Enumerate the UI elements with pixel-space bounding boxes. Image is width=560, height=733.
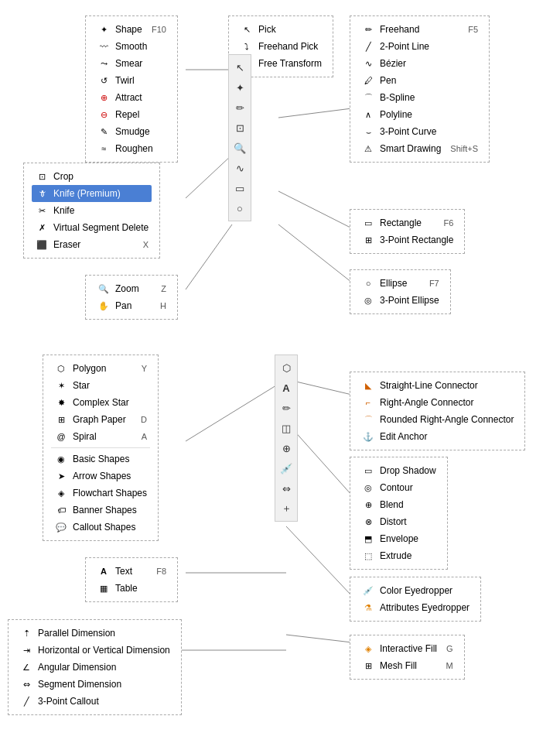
svg-line-3 xyxy=(186,155,232,198)
roundedconn-item[interactable]: ⌒ Rounded Right-Angle Connector xyxy=(358,411,517,428)
toolbar-shape-btn[interactable]: ✦ xyxy=(230,78,249,97)
angulardim-item[interactable]: ∠ Angular Dimension xyxy=(16,659,173,676)
3pointcallout-icon: ╱ xyxy=(19,694,33,708)
3pointrect-item[interactable]: ⊞ 3-Point Rectangle xyxy=(358,231,456,248)
segmentdim-item[interactable]: ⇔ Segment Dimension xyxy=(16,676,173,693)
roundedconn-icon: ⌒ xyxy=(361,413,375,426)
ellipse-submenu: ○ Ellipse F7 ◎ 3-Point Ellipse xyxy=(350,269,451,314)
freehand-pick-icon: ⤵ xyxy=(240,39,254,53)
meshfill-item[interactable]: ⊞ Mesh Fill M xyxy=(358,657,456,674)
3pointcurve-item[interactable]: ⌣ 3-Point Curve xyxy=(358,123,481,140)
basicshapes-item[interactable]: ◉ Basic Shapes xyxy=(51,450,150,468)
rightangleconn-icon: ⌐ xyxy=(361,396,375,409)
blend-icon: ⊕ xyxy=(361,498,375,512)
crop-item[interactable]: ⊡ Crop xyxy=(32,168,152,185)
smartdraw-item[interactable]: ⚠ Smart Drawing Shift+S xyxy=(358,140,481,157)
extrude-icon: ⬚ xyxy=(361,549,375,563)
eraser-item[interactable]: ⬛ Eraser X xyxy=(32,236,152,253)
3pointcallout-item[interactable]: ╱ 3-Point Callout xyxy=(16,693,173,710)
pick-icon: ↖ xyxy=(240,22,254,36)
arrowshapes-item[interactable]: ➤ Arrow Shapes xyxy=(51,468,150,485)
polygon-item[interactable]: ⬡ Polygon Y xyxy=(51,360,150,377)
bannershapes-icon: 🏷 xyxy=(54,503,68,517)
dropshadow-item[interactable]: ▭ Drop Shadow xyxy=(358,462,439,479)
text-icon: A xyxy=(97,564,111,578)
2point-icon: ╱ xyxy=(361,39,375,53)
angulardim-icon: ∠ xyxy=(19,660,33,674)
complexstar-item[interactable]: ✸ Complex Star xyxy=(51,394,150,411)
zoom-item[interactable]: 🔍 Zoom Z xyxy=(94,280,169,297)
complexstar-icon: ✸ xyxy=(54,396,68,409)
smooth-item[interactable]: 〰 Smooth xyxy=(94,38,169,55)
3pointellipse-item[interactable]: ◎ 3-Point Ellipse xyxy=(358,292,442,309)
eraser-icon: ⬛ xyxy=(35,238,49,252)
toolbar-polygon-btn[interactable]: ⬡ xyxy=(277,358,295,377)
2point-item[interactable]: ╱ 2-Point Line xyxy=(358,38,481,55)
twirl-item[interactable]: ↺ Twirl xyxy=(94,72,169,89)
knife-premium-item[interactable]: 🗡 Knife (Premium) xyxy=(32,185,152,202)
toolbar-pen2-btn[interactable]: ✏ xyxy=(277,399,295,417)
roughen-item[interactable]: ≈ Roughen xyxy=(94,140,169,157)
toolbar-dimension-btn[interactable]: ⇔ xyxy=(277,479,295,498)
rect-item[interactable]: ▭ Rectangle F6 xyxy=(358,214,456,231)
repel-item[interactable]: ⊖ Repel xyxy=(94,106,169,123)
toolbar-fill-btn[interactable]: ＋ xyxy=(277,499,295,518)
basicshapes-icon: ◉ xyxy=(54,452,68,466)
attribeyedropper-item[interactable]: ⚗ Attributes Eyedropper xyxy=(358,599,473,616)
contour-item[interactable]: ◎ Contour xyxy=(358,479,439,496)
toolbar-text-btn[interactable]: A xyxy=(277,378,295,397)
table-item[interactable]: ▦ Table xyxy=(94,580,169,597)
rect-icon: ▭ xyxy=(361,216,375,230)
zoom-submenu: 🔍 Zoom Z ✋ Pan H xyxy=(85,275,178,320)
shape-submenu: ✦ Shape F10 〰 Smooth ⤳ Smear ↺ Twirl ⊕ A… xyxy=(85,15,178,163)
toolbar-effects-btn[interactable]: ⊕ xyxy=(277,439,295,457)
polyline-item[interactable]: ∧ Polyline xyxy=(358,106,481,123)
star-item[interactable]: ✶ Star xyxy=(51,377,150,394)
smudge-item[interactable]: ✎ Smudge xyxy=(94,123,169,140)
calloutshapes-item[interactable]: 💬 Callout Shapes xyxy=(51,519,150,536)
text-item[interactable]: A Text F8 xyxy=(94,563,169,580)
envelope-item[interactable]: ⬒ Envelope xyxy=(358,530,439,547)
distort-item[interactable]: ⊗ Distort xyxy=(358,513,439,530)
flowchartshapes-item[interactable]: ◈ Flowchart Shapes xyxy=(51,485,150,502)
hvdim-item[interactable]: ⇥ Horizontal or Vertical Dimension xyxy=(16,642,173,659)
vsdelete-item[interactable]: ✗ Virtual Segment Delete xyxy=(32,219,152,236)
pan-item[interactable]: ✋ Pan H xyxy=(94,297,169,314)
pen-item[interactable]: 🖊 Pen xyxy=(358,72,481,89)
graphpaper-item[interactable]: ⊞ Graph Paper D xyxy=(51,411,150,428)
graphpaper-icon: ⊞ xyxy=(54,413,68,426)
toolbar-ellipse-btn[interactable]: ○ xyxy=(230,199,249,218)
toolbar-connector-btn[interactable]: ◫ xyxy=(277,419,295,437)
spiral-item[interactable]: @ Spiral A xyxy=(51,428,150,445)
rightangleconn-item[interactable]: ⌐ Right-Angle Connector xyxy=(358,394,517,411)
extrude-item[interactable]: ⬚ Extrude xyxy=(358,547,439,564)
bannershapes-item[interactable]: 🏷 Banner Shapes xyxy=(51,502,150,519)
toolbar-rect-btn[interactable]: ▭ xyxy=(230,179,249,197)
smear-item[interactable]: ⤳ Smear xyxy=(94,55,169,72)
toolbar-zoom-btn[interactable]: 🔍 xyxy=(230,139,249,157)
pick-item[interactable]: ↖ Pick xyxy=(237,21,325,38)
shape-item[interactable]: ✦ Shape F10 xyxy=(94,21,169,38)
knife-item[interactable]: ✂ Knife xyxy=(32,202,152,219)
blend-item[interactable]: ⊕ Blend xyxy=(358,496,439,513)
attract-item[interactable]: ⊕ Attract xyxy=(94,89,169,106)
paralleldim-item[interactable]: ⇡ Parallel Dimension xyxy=(16,625,173,642)
toolbar-pick-btn[interactable]: ↖ xyxy=(230,58,249,77)
toolbar-freehand-btn[interactable]: ✏ xyxy=(230,98,249,117)
knife-icon: ✂ xyxy=(35,204,49,218)
table-icon: ▦ xyxy=(97,581,111,595)
straightconn-item[interactable]: ◣ Straight-Line Connector xyxy=(358,377,517,394)
svg-line-11 xyxy=(286,635,352,642)
ellipse-item[interactable]: ○ Ellipse F7 xyxy=(358,275,442,292)
repel-icon: ⊖ xyxy=(97,108,111,122)
editanchor-item[interactable]: ⚓ Edit Anchor xyxy=(358,428,517,445)
freehand-item[interactable]: ✏ Freehand F5 xyxy=(358,21,481,38)
interactivefill-item[interactable]: ◈ Interactive Fill G xyxy=(358,640,456,657)
bspline-item[interactable]: ⌒ B-Spline xyxy=(358,89,481,106)
toolbar-eyedropper-btn[interactable]: 💉 xyxy=(277,459,295,478)
toolbar-crop-btn[interactable]: ⊡ xyxy=(230,118,249,137)
toolbar-curve-btn[interactable]: ∿ xyxy=(230,159,249,177)
freehand-pick-item[interactable]: ⤵ Freehand Pick xyxy=(237,38,325,55)
coloreyedropper-item[interactable]: 💉 Color Eyedropper xyxy=(358,582,473,599)
bezier-item[interactable]: ∿ Bézier xyxy=(358,55,481,72)
